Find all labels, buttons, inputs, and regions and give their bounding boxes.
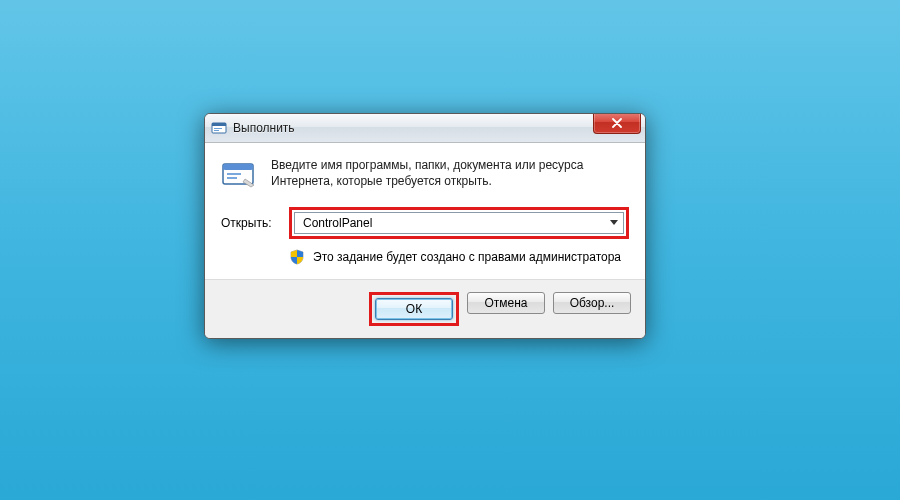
- open-input[interactable]: [301, 215, 609, 231]
- open-label: Открыть:: [221, 216, 279, 230]
- desktop-background: Выполнить Введите имя прог: [0, 0, 900, 500]
- svg-rect-6: [227, 173, 241, 175]
- dialog-description: Введите имя программы, папки, документа …: [271, 157, 629, 189]
- uac-shield-icon: [289, 249, 305, 265]
- ok-button-highlight: ОК: [369, 292, 459, 326]
- admin-notice-text: Это задание будет создано с правами адми…: [313, 250, 621, 264]
- titlebar[interactable]: Выполнить: [205, 114, 645, 143]
- button-bar: ОК Отмена Обзор...: [205, 279, 645, 338]
- run-dialog-window: Выполнить Введите имя прог: [204, 113, 646, 339]
- svg-rect-3: [214, 130, 219, 131]
- browse-button[interactable]: Обзор...: [553, 292, 631, 314]
- window-title: Выполнить: [233, 121, 639, 135]
- open-combobox[interactable]: [294, 212, 624, 234]
- svg-rect-7: [227, 177, 237, 179]
- close-icon: [611, 118, 623, 128]
- dropdown-arrow-icon[interactable]: [609, 220, 619, 226]
- svg-rect-5: [223, 164, 253, 170]
- admin-notice-row: Это задание будет создано с правами адми…: [289, 249, 629, 265]
- cancel-button[interactable]: Отмена: [467, 292, 545, 314]
- svg-rect-1: [212, 123, 226, 126]
- svg-rect-2: [214, 128, 222, 129]
- dialog-client-area: Введите имя программы, папки, документа …: [205, 143, 645, 279]
- open-combobox-highlight: [289, 207, 629, 239]
- ok-button[interactable]: ОК: [375, 298, 453, 320]
- close-button[interactable]: [593, 113, 641, 134]
- run-title-icon: [211, 120, 227, 136]
- run-program-icon: [221, 159, 257, 189]
